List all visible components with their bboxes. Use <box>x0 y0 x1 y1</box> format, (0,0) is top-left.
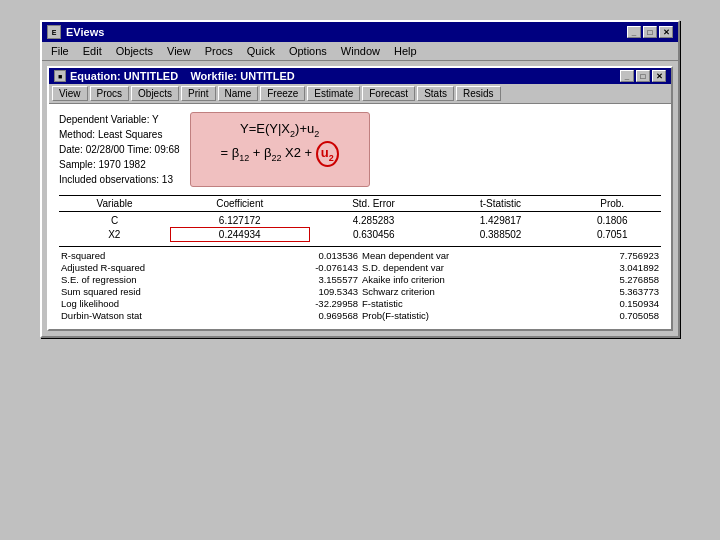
col-std-error: Std. Error <box>309 196 437 212</box>
stat-label: Mean dependent var <box>362 250 449 261</box>
table-row: X20.2449340.6304560.3885020.7051 <box>59 228 661 242</box>
menu-objects[interactable]: Objects <box>110 44 159 58</box>
app-title-buttons: _ □ ✕ <box>627 26 673 38</box>
stat-row-left: S.E. of regression3.155577 <box>59 274 360 285</box>
stat-label: Durbin-Watson stat <box>61 310 142 321</box>
stat-row-right: Prob(F-statistic)0.705058 <box>360 310 661 321</box>
equation-title: Equation: UNTITLED Workfile: UNTITLED <box>70 70 616 82</box>
toolbar-resids-btn[interactable]: Resids <box>456 86 501 101</box>
stat-value: 5.276858 <box>589 274 659 285</box>
cell-r0-c2: 4.285283 <box>309 212 437 228</box>
stat-value: 0.150934 <box>589 298 659 309</box>
formula-box: Y=E(Y|X2)+u2 = β12 + β22 X2 + u2 <box>190 112 370 187</box>
observations-label: Included observations: 13 <box>59 172 180 187</box>
app-minimize-btn[interactable]: _ <box>627 26 641 38</box>
stat-value: -0.076143 <box>288 262 358 273</box>
cell-r1-c3: 0.388502 <box>438 228 564 242</box>
cell-r1-c1: 0.244934 <box>170 228 309 242</box>
stats-right: Mean dependent var7.756923S.D. dependent… <box>360 250 661 321</box>
eq-close-btn[interactable]: ✕ <box>652 70 666 82</box>
toolbar-name-btn[interactable]: Name <box>218 86 259 101</box>
menu-file[interactable]: File <box>45 44 75 58</box>
toolbar-stats-btn[interactable]: Stats <box>417 86 454 101</box>
equation-window: ■ Equation: UNTITLED Workfile: UNTITLED … <box>47 66 673 331</box>
menu-view[interactable]: View <box>161 44 197 58</box>
equation-icon: ■ <box>54 70 66 82</box>
equation-toolbar: View Procs Objects Print Name Freeze Est… <box>49 84 671 104</box>
equation-title-buttons: _ □ ✕ <box>620 70 666 82</box>
menu-edit[interactable]: Edit <box>77 44 108 58</box>
toolbar-objects-btn[interactable]: Objects <box>131 86 179 101</box>
stat-value: 0.969568 <box>288 310 358 321</box>
stat-row-right: Schwarz criterion5.363773 <box>360 286 661 297</box>
stat-value: 109.5343 <box>288 286 358 297</box>
stat-label: R-squared <box>61 250 105 261</box>
col-coefficient: Coefficient <box>170 196 309 212</box>
stat-value: 5.363773 <box>589 286 659 297</box>
stat-label: Akaike info criterion <box>362 274 445 285</box>
formula-line1: Y=E(Y|X2)+u2 <box>203 119 357 141</box>
info-section: Dependent Variable: Y Method: Least Squa… <box>59 112 661 187</box>
app-title: EViews <box>66 26 622 38</box>
app-icon: E <box>47 25 61 39</box>
date-label: Date: 02/28/00 Time: 09:68 <box>59 142 180 157</box>
menu-procs[interactable]: Procs <box>199 44 239 58</box>
toolbar-forecast-btn[interactable]: Forecast <box>362 86 415 101</box>
app-maximize-btn[interactable]: □ <box>643 26 657 38</box>
equation-titlebar: ■ Equation: UNTITLED Workfile: UNTITLED … <box>49 68 671 84</box>
stat-value: 3.155577 <box>288 274 358 285</box>
stat-row-right: Mean dependent var7.756923 <box>360 250 661 261</box>
col-variable: Variable <box>59 196 170 212</box>
col-t-statistic: t-Statistic <box>438 196 564 212</box>
cell-r1-c2: 0.630456 <box>309 228 437 242</box>
regression-table: Variable Coefficient Std. Error t-Statis… <box>59 195 661 242</box>
toolbar-procs-btn[interactable]: Procs <box>90 86 130 101</box>
stat-row-left: Sum squared resid109.5343 <box>59 286 360 297</box>
menu-quick[interactable]: Quick <box>241 44 281 58</box>
toolbar-estimate-btn[interactable]: Estimate <box>307 86 360 101</box>
eq-minimize-btn[interactable]: _ <box>620 70 634 82</box>
stat-label: Prob(F-statistic) <box>362 310 429 321</box>
table-row: C6.1271724.2852831.4298170.1806 <box>59 212 661 228</box>
stat-value: 0.013536 <box>288 250 358 261</box>
stats-section: R-squared0.013536Adjusted R-squared-0.07… <box>59 246 661 321</box>
stat-value: 7.756923 <box>589 250 659 261</box>
stat-label: S.D. dependent var <box>362 262 444 273</box>
eq-maximize-btn[interactable]: □ <box>636 70 650 82</box>
stat-label: Adjusted R-squared <box>61 262 145 273</box>
app-close-btn[interactable]: ✕ <box>659 26 673 38</box>
stat-label: F-statistic <box>362 298 403 309</box>
method-label: Method: Least Squares <box>59 127 180 142</box>
stat-label: Log likelihood <box>61 298 119 309</box>
stat-value: -32.29958 <box>288 298 358 309</box>
formula-highlight: u2 <box>316 141 339 167</box>
toolbar-print-btn[interactable]: Print <box>181 86 216 101</box>
menu-window[interactable]: Window <box>335 44 386 58</box>
cell-r0-c4: 0.1806 <box>563 212 661 228</box>
cell-r0-c0: C <box>59 212 170 228</box>
app-window: E EViews _ □ ✕ File Edit Objects View Pr… <box>40 20 680 338</box>
table-header-row: Variable Coefficient Std. Error t-Statis… <box>59 196 661 212</box>
sample-label: Sample: 1970 1982 <box>59 157 180 172</box>
menu-help[interactable]: Help <box>388 44 423 58</box>
cell-r1-c0: X2 <box>59 228 170 242</box>
app-titlebar: E EViews _ □ ✕ <box>42 22 678 42</box>
stat-row-left: Adjusted R-squared-0.076143 <box>59 262 360 273</box>
info-text: Dependent Variable: Y Method: Least Squa… <box>59 112 180 187</box>
cell-r0-c1: 6.127172 <box>170 212 309 228</box>
stat-row-right: S.D. dependent var3.041892 <box>360 262 661 273</box>
stat-row-right: F-statistic0.150934 <box>360 298 661 309</box>
toolbar-freeze-btn[interactable]: Freeze <box>260 86 305 101</box>
stat-row-left: Durbin-Watson stat0.969568 <box>59 310 360 321</box>
stats-left: R-squared0.013536Adjusted R-squared-0.07… <box>59 250 360 321</box>
stat-value: 0.705058 <box>589 310 659 321</box>
stat-value: 3.041892 <box>589 262 659 273</box>
toolbar-view-btn[interactable]: View <box>52 86 88 101</box>
equation-content: Dependent Variable: Y Method: Least Squa… <box>49 104 671 329</box>
stat-row-left: R-squared0.013536 <box>59 250 360 261</box>
menu-options[interactable]: Options <box>283 44 333 58</box>
col-prob: Prob. <box>563 196 661 212</box>
formula-line2: = β12 + β22 X2 + u2 <box>203 141 357 167</box>
stat-label: S.E. of regression <box>61 274 137 285</box>
dep-var-label: Dependent Variable: Y <box>59 112 180 127</box>
